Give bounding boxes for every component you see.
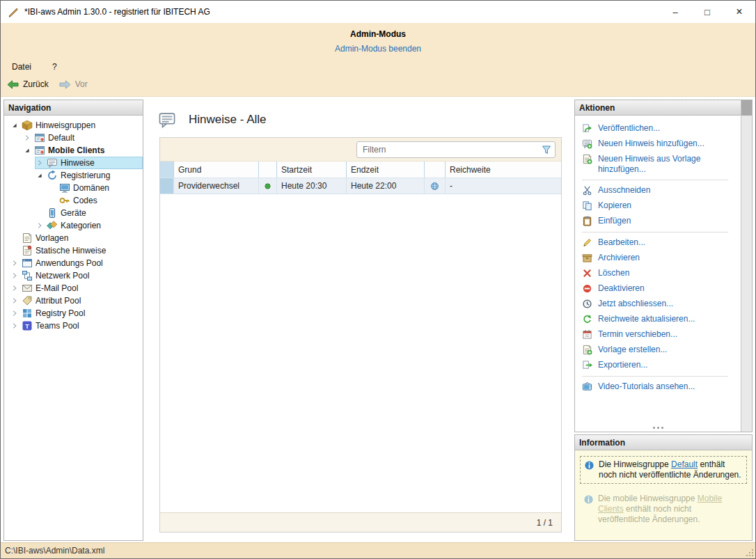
action-jetzt-abschliessen[interactable]: Jetzt abschliessen... [582,297,738,312]
resize-grip[interactable] [745,548,754,557]
table-row[interactable]: Providerwechsel Heute 20:30 Heute 22:00 … [160,178,561,194]
info-note-text: Die Hinweisgruppe Default enthält noch n… [599,459,743,480]
tree-item-geraete[interactable]: Geräte [4,207,143,219]
action-label: Neuen Hinweis hinzufügen... [598,139,704,149]
action-label: Neuen Hinweis aus Vorlage hinzufügen... [598,154,738,175]
admin-mode-title: Admin-Modus [1,29,755,39]
tree-item-registry-pool[interactable]: Registry Pool [4,307,143,320]
action-neuen-hinweis-aus-vorlage[interactable]: Neuen Hinweis aus Vorlage hinzufügen... [582,152,738,177]
computer-icon [59,182,70,194]
forward-button[interactable]: Vor [58,79,88,90]
filter-funnel-icon[interactable] [541,144,552,155]
action-label: Video-Tutorials ansehen... [598,381,695,392]
column-header-startzeit[interactable]: Startzeit [277,162,347,178]
chevron-collapsed-icon[interactable] [35,158,45,168]
chevron-collapsed-icon[interactable] [10,321,19,331]
action-label: Kopieren [598,200,631,211]
chevron-collapsed-icon[interactable] [10,308,19,318]
scrollbar-thumb[interactable] [741,100,752,116]
row-selector-cell[interactable] [160,178,174,194]
information-header: Information [575,435,752,450]
tree-item-label: Teams Pool [35,320,82,331]
admin-mode-exit-link[interactable]: Admin-Modus beenden [335,44,421,54]
registration-icon [47,170,58,181]
action-label: Exportieren... [598,360,647,370]
action-label: Termin verschieben... [598,329,677,340]
cut-icon [582,185,593,196]
action-label: Veröffentlichen... [598,123,660,134]
info-note-text: Die mobile Hinweisgruppe Mobile Clients … [598,494,743,525]
chevron-expanded-icon[interactable] [35,171,45,180]
tree-item-codes[interactable]: Codes [4,194,143,207]
column-header-scope-icon[interactable] [425,162,446,178]
navigation-panel: Navigation Hinweisgruppen Default Mobile… [3,100,143,541]
template-icon [22,233,33,244]
tree-item-label: Anwendungs Pool [35,258,106,269]
action-label: Jetzt abschliessen... [598,299,673,309]
menu-help[interactable]: ? [47,60,63,74]
filter-input[interactable] [356,141,556,158]
tree-item-label: Statische Hinweise [35,245,109,256]
row-selector-header[interactable] [160,162,174,178]
actions-list: Veröffentlichen... Neuen Hinweis hinzufü… [575,116,752,432]
action-kopieren[interactable]: Kopieren [582,198,738,214]
chevron-expanded-icon[interactable] [10,120,19,130]
column-header-grund[interactable]: Grund [174,162,259,178]
action-veroeffentlichen[interactable]: Veröffentlichen... [582,121,738,136]
title-bar: *IBI-aws Admin 1.30.0 - registriert für … [1,1,755,23]
tree-item-anwendungs-pool[interactable]: Anwendungs Pool [4,257,143,269]
tree-item-email-pool[interactable]: E-Mail Pool [4,282,143,294]
action-ausschneiden[interactable]: Ausschneiden [582,183,738,198]
chevron-collapsed-icon[interactable] [22,133,32,143]
column-header-reichweite[interactable]: Reichweite [446,162,561,178]
action-neuen-hinweis-hinzufuegen[interactable]: Neuen Hinweis hinzufügen... [582,136,738,152]
tree-item-default[interactable]: Default [4,132,143,144]
tree-item-mobile-clients[interactable]: Mobile Clients [4,144,143,157]
action-bearbeiten[interactable]: Bearbeiten... [582,235,738,251]
tree-item-statische-hinweise[interactable]: Statische Hinweise [4,244,143,257]
minimize-button[interactable]: – [659,1,691,23]
action-einfuegen[interactable]: Einfügen [582,214,738,229]
close-button[interactable]: × [723,1,755,23]
column-header-endzeit[interactable]: Endzeit [347,162,425,178]
chevron-collapsed-icon[interactable] [10,296,19,306]
actions-header: Aktionen [575,100,752,116]
maximize-button[interactable]: □ [691,1,723,23]
actions-scrollbar[interactable] [741,100,752,432]
chevron-collapsed-icon[interactable] [10,271,19,281]
table-header-row: Grund Startzeit Endzeit Reichweite [160,162,561,178]
action-loeschen[interactable]: Löschen [582,266,738,281]
chevron-collapsed-icon[interactable] [10,283,19,293]
separator [582,376,728,377]
chevron-expanded-icon[interactable] [22,145,32,155]
info-note-default: Die Hinweisgruppe Default enthält noch n… [580,456,747,484]
action-deaktivieren[interactable]: Deaktivieren [582,281,738,297]
chevron-collapsed-icon[interactable] [35,221,45,230]
action-archivieren[interactable]: Archivieren [582,251,738,266]
tree-item-vorlagen[interactable]: Vorlagen [4,232,143,244]
panel-splitter[interactable] [575,425,741,431]
action-label: Reichweite aktualisieren... [598,314,695,324]
action-reichweite-aktualisieren[interactable]: Reichweite aktualisieren... [582,312,738,327]
tree-item-hinweisgruppen[interactable]: Hinweisgruppen [4,119,143,132]
tree-item-kategorien[interactable]: Kategorien [4,219,143,232]
column-header-status[interactable] [259,162,277,178]
tree-item-netzwerk-pool[interactable]: Netzwerk Pool [4,269,143,282]
tree-item-registrierung[interactable]: Registrierung [4,169,143,182]
menu-datei[interactable]: Datei [6,60,37,74]
tree-item-teams-pool[interactable]: Teams Pool [4,320,143,332]
box-icon [22,120,33,131]
add-from-template-icon [582,154,593,165]
action-vorlage-erstellen[interactable]: Vorlage erstellen... [582,343,738,358]
tree-item-attribut-pool[interactable]: Attribut Pool [4,294,143,307]
cell-endzeit: Heute 22:00 [347,178,425,194]
tree-item-label: Hinweisgruppen [35,120,98,131]
tree-item-hinweise[interactable]: Hinweise [4,157,143,169]
tree-item-domaenen[interactable]: Domänen [4,182,143,194]
action-video-tutorials[interactable]: Video-Tutorials ansehen... [582,379,738,395]
action-termin-verschieben[interactable]: Termin verschieben... [582,327,738,343]
info-note-link-default[interactable]: Default [671,459,698,469]
chevron-collapsed-icon[interactable] [10,258,19,268]
action-exportieren[interactable]: Exportieren... [582,358,738,373]
back-button[interactable]: Zurück [6,79,49,90]
